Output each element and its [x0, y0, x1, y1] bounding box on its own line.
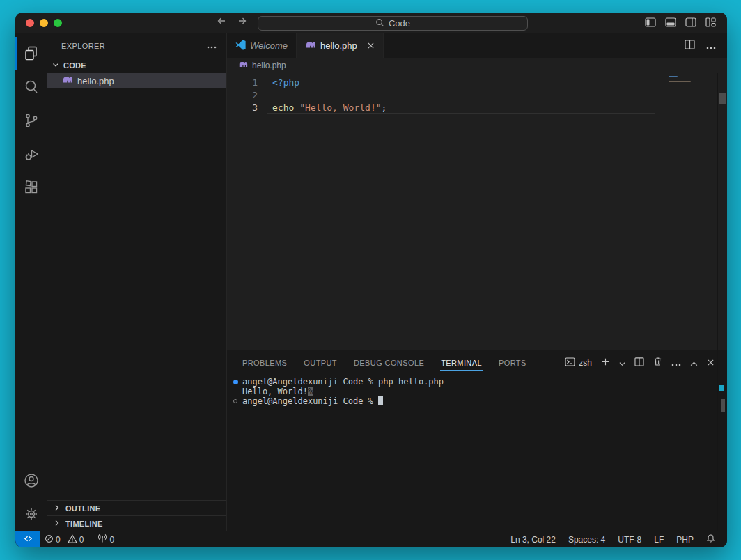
toggle-secondary-sidebar-icon[interactable]: [685, 17, 696, 30]
explorer-activity-button[interactable]: [15, 37, 47, 70]
radio-tower-icon: [98, 534, 107, 545]
close-panel-icon[interactable]: [707, 357, 715, 369]
debug-icon: [23, 146, 40, 162]
language-mode[interactable]: PHP: [670, 531, 700, 547]
bell-icon: [706, 534, 715, 545]
tab-hello-php[interactable]: hello.php: [297, 33, 384, 58]
problems-status[interactable]: 0 0: [40, 531, 88, 547]
eol-sequence[interactable]: LF: [648, 531, 670, 547]
maximize-panel-icon[interactable]: [690, 357, 698, 369]
terminal-scrollbar-thumb[interactable]: [721, 399, 725, 412]
settings-button[interactable]: [15, 497, 47, 531]
editor-scrollbar-thumb[interactable]: [719, 93, 726, 104]
vscode-logo-icon: [235, 40, 246, 52]
tab-output-label: OUTPUT: [304, 359, 337, 367]
code-editor[interactable]: 1 <?php 2 3 echo "Hello, World!";: [227, 73, 727, 350]
terminal-overview-decoration: [719, 385, 724, 391]
tab-file-label: hello.php: [320, 40, 357, 51]
notifications-bell[interactable]: [700, 531, 722, 547]
minimize-window-button[interactable]: [40, 19, 48, 27]
code-line-1: 1 <?php: [227, 77, 727, 89]
window-controls: [26, 19, 62, 27]
folder-section-label: CODE: [63, 61, 86, 70]
tab-output[interactable]: OUTPUT: [295, 350, 345, 375]
chevron-right-icon: [52, 518, 63, 530]
command-success-decoration[interactable]: [233, 380, 238, 384]
status-bar: 0 0 0 Ln 3, Col 22 Spaces: 4 UTF-8 LF PH…: [15, 531, 727, 547]
tab-problems-label: PROBLEMS: [242, 359, 287, 367]
encoding-label: UTF-8: [618, 535, 641, 545]
git-branch-icon: [23, 112, 40, 129]
minimap[interactable]: [669, 76, 712, 86]
prompt-decoration[interactable]: [233, 399, 237, 403]
extensions-activity-button[interactable]: [15, 171, 47, 204]
activity-bar: [15, 33, 47, 531]
ports-status[interactable]: 0: [93, 531, 118, 547]
split-terminal-icon[interactable]: [634, 357, 644, 369]
toggle-sidebar-icon[interactable]: [645, 17, 656, 30]
explorer-title: EXPLORER: [61, 42, 105, 50]
timeline-label: TIMELINE: [65, 520, 103, 528]
breadcrumb[interactable]: hello.php: [227, 58, 727, 73]
breadcrumb-file-label: hello.php: [252, 61, 286, 70]
vscode-window: Code: [15, 13, 727, 547]
kill-terminal-icon[interactable]: [653, 357, 662, 369]
run-debug-activity-button[interactable]: [15, 137, 47, 171]
source-control-activity-button[interactable]: [15, 104, 47, 137]
search-icon: [23, 79, 40, 95]
terminal-scrollbar[interactable]: [717, 350, 727, 531]
eol-label: LF: [654, 535, 664, 545]
encoding[interactable]: UTF-8: [611, 531, 648, 547]
accounts-button[interactable]: [15, 464, 47, 497]
shell-label: zsh: [579, 358, 592, 368]
tab-debug-console[interactable]: DEBUG CONSOLE: [345, 350, 432, 375]
search-activity-button[interactable]: [15, 70, 47, 104]
tab-ports[interactable]: PORTS: [490, 350, 535, 375]
minimap-line-3: [669, 81, 691, 82]
prompt-1: angel@Angeldexuniji Code %: [242, 377, 378, 387]
warning-icon: [68, 534, 77, 545]
partial-line-marker: %: [308, 387, 313, 396]
back-arrow-icon[interactable]: [216, 15, 227, 26]
remote-indicator[interactable]: [15, 531, 40, 547]
line-number: 2: [227, 89, 258, 102]
command-center-search[interactable]: Code: [258, 16, 528, 31]
split-editor-icon[interactable]: [685, 40, 695, 52]
customize-layout-icon[interactable]: [705, 17, 716, 30]
explorer-more-actions-icon[interactable]: [207, 42, 217, 50]
new-terminal-icon[interactable]: [601, 357, 610, 369]
command-1: php hello.php: [378, 377, 444, 387]
shell-selector[interactable]: zsh: [565, 357, 592, 368]
editor-scrollbar[interactable]: [717, 73, 727, 350]
tab-welcome[interactable]: Welcome: [227, 33, 297, 58]
panel-more-actions-icon[interactable]: [671, 357, 681, 369]
string-literal: "Hello, World!": [299, 102, 381, 113]
editor-more-actions-icon[interactable]: [706, 40, 716, 52]
outline-section-header[interactable]: OUTLINE: [47, 500, 226, 515]
line-number-active: 3: [227, 102, 258, 114]
terminal-icon: [565, 357, 575, 368]
close-window-button[interactable]: [26, 19, 34, 27]
php-open-tag: <?php: [272, 77, 299, 88]
echo-keyword: echo: [272, 102, 294, 113]
zoom-window-button[interactable]: [54, 19, 62, 27]
activity-bar-spacer: [15, 204, 47, 464]
chevron-down-icon: [50, 59, 61, 72]
file-item-hello-php[interactable]: hello.php: [47, 73, 226, 88]
cursor-position[interactable]: Ln 3, Col 22: [504, 531, 562, 547]
chevron-right-icon: [52, 502, 63, 515]
terminal-output[interactable]: angel@Angeldexuniji Code % php hello.php…: [227, 375, 727, 531]
folder-section-header[interactable]: CODE: [47, 58, 226, 73]
forward-arrow-icon[interactable]: [237, 15, 248, 26]
close-tab-icon[interactable]: [367, 42, 375, 49]
php-file-icon: [238, 61, 248, 70]
timeline-section-header[interactable]: TIMELINE: [47, 515, 226, 531]
explorer-sidebar: EXPLORER CODE hello.php OUTLINE TIMELINE: [47, 33, 226, 531]
tab-problems[interactable]: PROBLEMS: [234, 350, 295, 375]
tab-debug-console-label: DEBUG CONSOLE: [354, 359, 424, 367]
toggle-panel-icon[interactable]: [665, 17, 676, 30]
indentation[interactable]: Spaces: 4: [562, 531, 611, 547]
extensions-icon: [23, 179, 40, 196]
terminal-dropdown-chevron-icon[interactable]: [619, 357, 625, 369]
tab-terminal[interactable]: TERMINAL: [432, 350, 490, 375]
